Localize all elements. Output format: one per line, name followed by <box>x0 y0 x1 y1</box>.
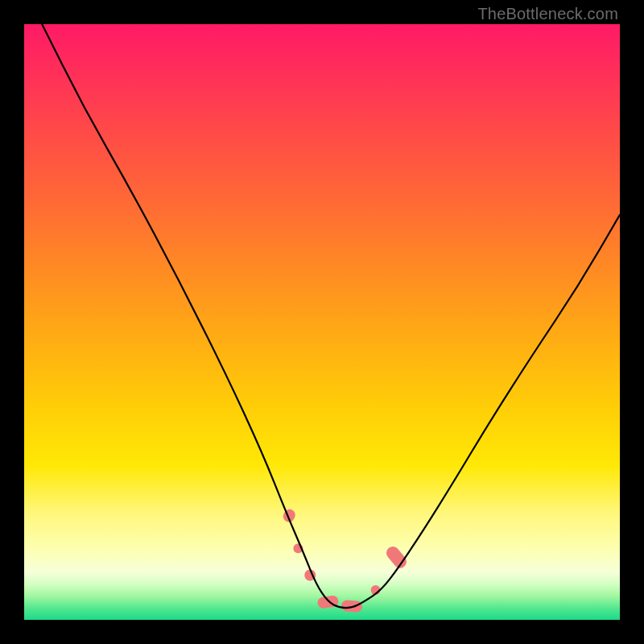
chart-svg <box>24 24 620 620</box>
attribution-text: TheBottleneck.com <box>477 5 618 23</box>
marker-capsule <box>341 600 363 613</box>
outer-frame: TheBottleneck.com <box>0 0 644 644</box>
plot-area <box>24 24 620 620</box>
marker-capsule <box>317 595 340 609</box>
bottleneck-curve <box>42 24 620 608</box>
bead-markers <box>281 507 409 613</box>
